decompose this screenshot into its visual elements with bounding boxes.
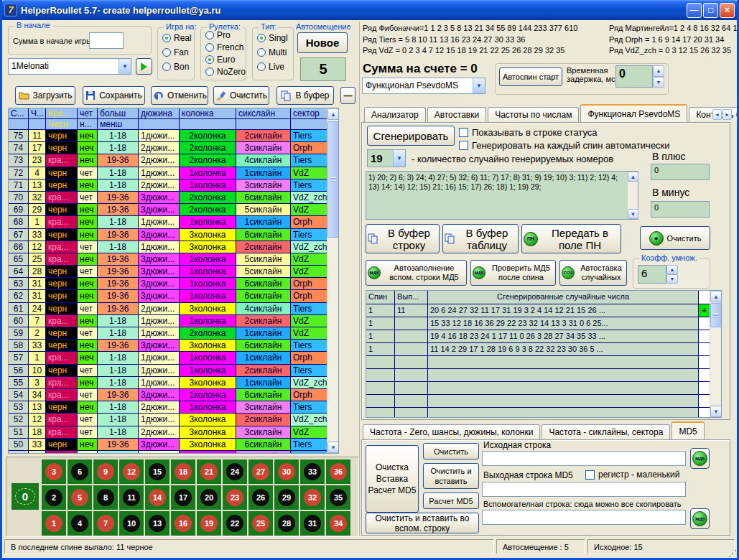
buffer-button[interactable]: В буфер [276,86,334,105]
autospin-button[interactable]: Автоспин старт [499,67,562,86]
radio-multi[interactable]: Multi [257,47,293,58]
board-number-13[interactable]: 13 [145,511,169,536]
spin-up-icon[interactable]: ▲ [653,65,664,77]
check-md5-button[interactable]: МД5 Проверить МД5 после спина [470,260,556,286]
md5-run-button[interactable]: МД5 [690,448,710,469]
md5-aux-input[interactable] [482,510,686,525]
delay-value[interactable]: 0 [615,65,653,88]
history-row[interactable]: 5118кра...чет1-182дюжи...3колонка3сиклай… [9,426,327,439]
checkbox-icon[interactable] [459,128,468,137]
md5-clear-paste-aux-button[interactable]: Очистить и вставить во вспом. строку [366,513,479,533]
checkbox-auto-generate[interactable]: Генерировать на каждый спин автоматическ… [459,140,670,151]
radio-singl[interactable]: Singl [257,32,293,44]
history-row[interactable]: 724чернчет1-181дюжи...1колонка1сиклайнVd… [9,167,327,179]
board-number-6[interactable]: 6 [68,459,92,484]
spin-down-icon[interactable]: ▼ [653,77,664,88]
history-row[interactable]: 6929черннеч19-363дюжи...2колонка5сиклайн… [9,204,327,216]
board-number-25[interactable]: 25 [248,511,273,536]
plus-value[interactable]: 0 [651,164,710,180]
count-combo[interactable]: 19 ▼ [367,149,406,167]
tab-анализатор[interactable]: Анализатор [364,107,426,122]
chevron-down-icon[interactable]: ▼ [118,59,131,74]
md5-clear-button[interactable]: Очистить [423,443,479,459]
board-number-23[interactable]: 23 [223,485,247,510]
scroll-down-icon[interactable]: ▼ [327,442,339,453]
maximize-button[interactable]: □ [703,3,718,18]
board-number-20[interactable]: 20 [197,485,221,510]
buffer-table-button[interactable]: В буфер таблицу [442,224,519,253]
tab-scroll-right-icon[interactable]: ► [722,109,732,120]
close-button[interactable]: × [720,3,735,18]
history-row[interactable]: 6525кра...неч19-363дюжи...1колонка5сикла… [9,253,327,266]
board-number-2[interactable]: 2 [42,485,66,510]
autobet-button[interactable]: ГСЧ Автоставка случайных [559,260,627,286]
generated-numbers-area[interactable]: 1) 20; 2) 6; 3) 24; 4) 27; 5) 32; 6) 11;… [366,171,638,220]
tab-частота-zero-шансы-дюжины-колонки[interactable]: Частота - Zero, шансы, дюжины, колонки [363,424,540,439]
board-number-1[interactable]: 1 [42,511,66,536]
koeff-spinner[interactable]: ▲▼ [666,265,678,284]
md5-clear-paste-button[interactable]: Очистить и вставить [423,463,479,489]
radio-live[interactable]: Live [257,61,293,73]
tab-scroll-left-icon[interactable]: ◄ [712,109,722,120]
scroll-down-icon[interactable]: ▼ [710,406,722,417]
scroll-up-icon[interactable]: ▲ [628,172,638,182]
history-row[interactable]: 6733черннеч19-363дюжи...3колонка6сиклайн… [9,229,327,241]
md5-calc-button[interactable]: Расчет MD5 [423,493,479,509]
history-row[interactable]: 5610чернчет1-181дюжи...1колонка2сиклайнT… [9,365,327,377]
scroll-up-icon[interactable]: ▲ [710,291,722,302]
board-number-12[interactable]: 12 [119,459,144,484]
title-bar[interactable]: 7 HelperRoullet 5.7- create helperroulle… [0,0,739,20]
history-row[interactable]: 5033черннеч19-363дюжи...3колонка6сиклайн… [9,439,327,451]
chevron-down-icon[interactable]: ▼ [393,150,405,167]
history-row[interactable]: 7113черннеч1-182дюжи...1колонка3сиклайнT… [9,179,327,192]
md5-big-button[interactable]: Очистка Вставка Расчет MD5 [366,445,419,513]
mode-combo[interactable]: Функционал PsevdoMS ▼ [362,78,485,94]
radio-pro[interactable]: Pro [205,29,246,41]
profile-combo[interactable]: 1Melonati ▼ [8,58,131,75]
history-row[interactable]: 6612кра...чет1-181дюжи...3колонка2сиклай… [9,241,327,253]
checkbox-show-status[interactable]: Показывать в строке статуса [459,127,598,138]
new-button[interactable]: Новое [297,32,348,53]
gen-scrollbar[interactable]: ▲ ▼ [710,291,721,417]
load-button[interactable]: Загрузить [15,86,75,105]
radio-french[interactable]: French [205,42,246,53]
board-number-14[interactable]: 14 [145,485,169,510]
board-number-28[interactable]: 28 [274,511,299,536]
board-number-10[interactable]: 10 [119,511,144,536]
save-button[interactable]: Сохранить [83,86,145,105]
board-number-8[interactable]: 8 [93,485,118,510]
board-number-27[interactable]: 27 [248,459,273,484]
tab-md5[interactable]: MD5 [671,421,704,439]
board-number-3[interactable]: 3 [42,459,66,484]
koeff-value[interactable]: 6 [638,265,666,284]
board-number-32[interactable]: 32 [300,485,325,510]
board-number-22[interactable]: 22 [223,511,247,536]
buffer-row-button[interactable]: В буфер строку [366,224,440,253]
board-number-4[interactable]: 4 [68,511,92,536]
play-button[interactable] [136,58,152,75]
tab-scroll-arrows[interactable]: ◄ ► [712,109,732,120]
board-number-16[interactable]: 16 [171,511,195,536]
board-number-17[interactable]: 17 [171,485,195,510]
spin-up-icon[interactable]: ▲ [666,265,678,274]
board-number-36[interactable]: 36 [326,459,350,484]
history-row[interactable]: 6231черннеч19-363дюжи...1колонка6сиклайн… [9,290,327,302]
md5-source-input[interactable] [482,451,686,466]
checkbox-icon[interactable] [459,141,468,150]
spin-down-icon[interactable]: ▼ [666,274,678,284]
textarea-scrollbar[interactable]: ▲ ▼ [627,172,638,219]
board-number-5[interactable]: 5 [68,485,92,510]
board-number-30[interactable]: 30 [274,459,299,484]
gen-row[interactable]: 119 4 16 18 23 24 1 17 11 0 26 3 28 27 3… [366,330,710,343]
minimize-button[interactable]: — [687,3,702,18]
gen-scroll-thumb[interactable] [710,303,722,327]
gen-row[interactable]: 115 33 12 18 16 36 29 22 23 32 14 13 3 3… [366,317,710,330]
history-row[interactable]: 6428чернчет19-363дюжи...1колонка5сиклайн… [9,266,327,278]
board-number-7[interactable]: 7 [93,511,118,536]
autofill-md5-button[interactable]: МД5 Автозаполнение вспом. строки МД5 [366,260,467,286]
tab-автоставки[interactable]: Автоставки [427,107,487,122]
board-number-33[interactable]: 33 [300,459,325,484]
board-number-29[interactable]: 29 [274,485,299,510]
board-number-9[interactable]: 9 [93,459,118,484]
board-number-15[interactable]: 15 [145,459,169,484]
